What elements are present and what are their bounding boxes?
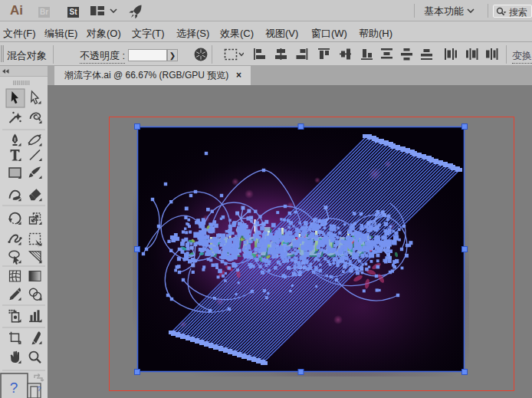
- svg-text:?: ?: [37, 385, 41, 393]
- svg-text:?: ?: [10, 380, 18, 396]
